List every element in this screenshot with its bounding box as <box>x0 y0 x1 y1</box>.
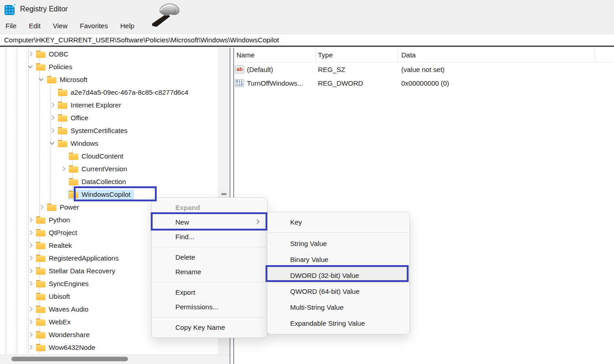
menu-view[interactable]: View <box>52 18 68 34</box>
chevron-right-icon[interactable] <box>48 113 57 123</box>
tree-item-label: DataCollection <box>82 178 126 186</box>
menu-item-binary-value[interactable]: Binary Value <box>267 251 409 267</box>
tree-item-label: Wow6432Node <box>49 343 95 352</box>
tree-item-microsoft[interactable]: Microsoft <box>0 73 218 86</box>
folder-icon <box>58 140 68 147</box>
menu-item-key[interactable]: Key <box>267 215 409 230</box>
tree-item-label: CurrentVersion <box>82 165 127 173</box>
menu-edit[interactable]: Edit <box>28 18 41 34</box>
column-separator[interactable] <box>316 48 316 62</box>
menu-item-expandable-string-value[interactable]: Expandable String Value <box>267 315 409 331</box>
menu-item-multi-string-value[interactable]: Multi-String Value <box>267 299 409 315</box>
no-chevron <box>26 292 35 301</box>
menu-item-string-value[interactable]: String Value <box>267 236 409 251</box>
chevron-right-icon[interactable] <box>26 318 35 327</box>
menu-item-expand: Expand <box>152 200 267 215</box>
menu-item-permissions[interactable]: Permissions... <box>152 300 267 314</box>
address-bar[interactable]: Computer\HKEY_CURRENT_USER\Software\Poli… <box>0 34 614 46</box>
tree-item-label: Stellar Data Recovery <box>49 267 115 275</box>
tree-item-datacollection[interactable]: DataCollection <box>0 175 218 188</box>
chevron-right-icon[interactable] <box>59 164 68 174</box>
chevron-right-icon[interactable] <box>26 305 35 314</box>
chevron-right-icon[interactable] <box>26 267 35 276</box>
folder-icon <box>36 216 46 224</box>
chevron-down-icon[interactable] <box>48 139 57 148</box>
menu-item-copy-key-name[interactable]: Copy Key Name <box>152 320 267 335</box>
tree-item-label: a2e7d4a5-09ec-467a-8c85-c8277d6c4 <box>71 88 189 97</box>
tree-item-currentversion[interactable]: CurrentVersion <box>0 163 218 175</box>
menu-item-rename[interactable]: Rename <box>152 265 267 279</box>
folder-icon <box>69 191 79 198</box>
column-header-type[interactable]: Type <box>318 48 333 62</box>
column-header-data[interactable]: Data <box>401 48 416 62</box>
folder-icon <box>36 229 46 236</box>
registry-editor-window: Registry Editor FileEditViewFavoritesHel… <box>0 0 614 364</box>
menu-item-export[interactable]: Export <box>152 285 267 300</box>
window-title: Registry Editor <box>20 0 68 18</box>
no-chevron <box>48 88 57 97</box>
chevron-right-icon[interactable] <box>26 215 35 225</box>
folder-icon <box>36 293 46 300</box>
folder-icon <box>36 280 46 287</box>
menu-file[interactable]: File <box>5 18 17 34</box>
folder-icon <box>36 63 46 71</box>
folder-icon <box>58 127 68 134</box>
menu-help[interactable]: Help <box>119 18 135 34</box>
header-underline <box>234 62 614 62</box>
column-separator[interactable] <box>398 48 398 62</box>
menu-favorites[interactable]: Favorites <box>79 18 109 34</box>
column-separator[interactable] <box>594 48 595 62</box>
chevron-right-icon[interactable] <box>26 241 35 250</box>
folder-icon <box>47 204 57 211</box>
menu-separator <box>268 232 409 233</box>
chevron-right-icon[interactable] <box>26 279 35 288</box>
chevron-right-icon[interactable] <box>26 254 35 263</box>
tree-item-wow6432node[interactable]: Wow6432Node <box>0 341 218 354</box>
tree-item-windows[interactable]: Windows <box>0 137 218 150</box>
chevron-right-icon[interactable] <box>26 228 35 237</box>
tree-item-cloudcontent[interactable]: CloudContent <box>0 150 218 163</box>
menu-item-dword-32-bit-value[interactable]: DWORD (32-bit) Value <box>267 267 409 283</box>
menu-item-find[interactable]: Find... <box>152 230 267 244</box>
value-name: (Default) <box>247 63 273 77</box>
tree-item-policies[interactable]: Policies <box>0 61 218 73</box>
menu-separator <box>152 247 266 247</box>
tree-vertical-scrollbar-thumb[interactable] <box>221 193 226 195</box>
string-icon: ab <box>235 66 244 73</box>
folder-icon <box>36 267 46 275</box>
chevron-down-icon[interactable] <box>37 75 46 84</box>
chevron-right-icon[interactable] <box>26 330 35 339</box>
tree-item-a2e7d4a5-09ec-467a-8c85-c8277d6c4[interactable]: a2e7d4a5-09ec-467a-8c85-c8277d6c4 <box>0 86 218 99</box>
tree-item-odbc[interactable]: ODBC <box>0 48 218 61</box>
folder-icon <box>36 318 46 326</box>
tree-item-label: WebEx <box>49 318 71 326</box>
tree-item-label: Ubisoft <box>49 292 70 301</box>
tree-item-label: Realtek <box>49 241 72 250</box>
chevron-right-icon[interactable] <box>48 126 57 135</box>
tree-item-office[interactable]: Office <box>0 112 218 124</box>
column-header-name[interactable]: Name <box>236 48 255 62</box>
chevron-down-icon[interactable] <box>26 62 35 72</box>
folder-icon <box>36 331 46 338</box>
menu-separator <box>152 282 266 282</box>
chevron-right-icon[interactable] <box>26 343 35 352</box>
chevron-right-icon[interactable] <box>48 101 57 110</box>
value-row-turnoffwindows-[interactable]: 011110TurnOffWindows...REG_DWORD0x000000… <box>234 77 614 90</box>
menu-item-new[interactable]: New <box>152 215 267 230</box>
tree-item-internet-explorer[interactable]: Internet Explorer <box>0 99 218 112</box>
tree-item-label: Office <box>71 114 88 122</box>
tree-item-label: Policies <box>49 63 72 71</box>
value-name: TurnOffWindows... <box>247 77 303 90</box>
tree-item-label: Waves Audio <box>49 305 88 313</box>
chevron-right-icon[interactable] <box>26 50 35 59</box>
tree-item-systemcertificates[interactable]: SystemCertificates <box>0 124 218 137</box>
tree-horizontal-scrollbar-thumb[interactable] <box>11 357 128 361</box>
chevron-right-icon[interactable] <box>37 203 46 212</box>
folder-icon <box>58 114 68 122</box>
value-row--default-[interactable]: ab(Default)REG_SZ(value not set) <box>234 63 614 77</box>
menu-item-delete[interactable]: Delete <box>152 250 267 265</box>
menu-item-qword-64-bit-value[interactable]: QWORD (64-bit) Value <box>267 283 409 299</box>
folder-icon <box>69 153 79 160</box>
folder-icon <box>47 76 57 83</box>
no-chevron <box>59 152 68 161</box>
